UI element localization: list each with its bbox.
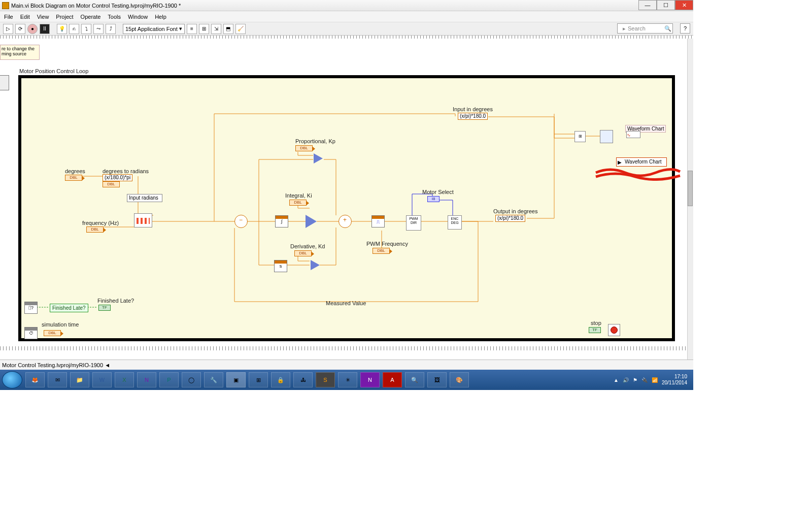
bundle-node[interactable]: ⊞ — [574, 131, 586, 142]
taskbar-app2-icon[interactable]: 🔧 — [204, 372, 223, 387]
retain-values-button[interactable]: ⎌ — [69, 24, 79, 34]
vertical-scroll-thumb[interactable] — [688, 171, 693, 206]
timed-loop[interactable]: degrees DBL degrees to radians DBL (x/18… — [18, 75, 675, 341]
saturation-node[interactable]: ⎍ — [371, 215, 385, 227]
taskbar-magnifier-icon[interactable]: 🔍 — [405, 372, 424, 387]
tray-up-icon[interactable]: ▲ — [614, 377, 619, 383]
highlight-exec-button[interactable]: 💡 — [57, 24, 67, 34]
tray-volume-icon[interactable]: 🔊 — [623, 377, 629, 383]
run-continuous-button[interactable]: ⟳ — [15, 24, 25, 34]
output-degrees-expression[interactable]: (x/pi)*180.0 — [495, 215, 525, 222]
menu-help[interactable]: Help — [155, 14, 166, 20]
labview-icon — [2, 2, 9, 9]
window-title: Main.vi Block Diagram on Motor Control T… — [11, 3, 181, 9]
input-radians-label: Input radians — [127, 194, 162, 202]
taskbar-excel-icon[interactable]: X — [115, 372, 134, 387]
taskbar-paint-icon[interactable]: 🎨 — [450, 372, 469, 387]
taskbar-onenote-icon[interactable]: N — [137, 372, 156, 387]
menu-operate[interactable]: Operate — [81, 14, 101, 20]
maximize-button[interactable]: ☐ — [657, 0, 675, 10]
resize-button[interactable]: ⇲ — [211, 24, 221, 34]
waveform-chart-property-node[interactable]: ▶ Waveform Chart — [616, 157, 667, 167]
integrator-node[interactable]: ∫ — [275, 215, 288, 227]
taskbar-app4-icon[interactable]: ✳ — [338, 372, 357, 387]
taskbar-word-icon[interactable]: W — [92, 372, 112, 387]
menu-edit[interactable]: Edit — [20, 14, 30, 20]
input-degrees-label: Input in degrees — [453, 106, 493, 112]
search-input[interactable]: ▸ Search🔍 — [617, 23, 673, 34]
taskbar-explorer-icon[interactable]: 📁 — [70, 372, 89, 387]
stop-label: stop — [591, 320, 601, 326]
system-tray[interactable]: ▲ 🔊 ⚑ 🔌 📶 17:1020/11/2014 — [614, 374, 691, 386]
degrees-control[interactable]: DBL — [65, 175, 82, 181]
taskbar-photos-icon[interactable]: 🖼 — [427, 372, 447, 387]
taskbar-onenote2-icon[interactable]: N — [360, 372, 380, 387]
encoder-deg-vi[interactable]: ENC DEG — [448, 215, 462, 230]
abort-button[interactable]: ● — [27, 24, 38, 34]
timed-loop-data-node[interactable]: ⌷? — [24, 302, 38, 314]
taskbar-adobe-icon[interactable]: A — [383, 372, 402, 387]
waveform-generator[interactable] — [134, 213, 152, 227]
waveform-chart-terminal[interactable] — [600, 130, 613, 143]
loop-stop-terminal[interactable] — [608, 324, 620, 336]
taskbar-firefox-icon[interactable]: 🦊 — [25, 372, 45, 387]
tray-clock[interactable]: 17:1020/11/2014 — [662, 374, 687, 386]
tray-wifi-icon[interactable]: 📶 — [652, 377, 658, 383]
taskbar-network-icon[interactable]: 🖧 — [293, 372, 313, 387]
error-sum-node[interactable] — [234, 215, 248, 228]
taskbar-outlook-icon[interactable]: ✉ — [48, 372, 67, 387]
sim-time-node[interactable]: ⏱ — [24, 327, 38, 339]
tray-flag-icon[interactable]: ⚑ — [633, 377, 637, 383]
minimize-button[interactable]: — — [638, 0, 657, 10]
kp-gain[interactable] — [314, 153, 323, 164]
tray-power-icon[interactable]: 🔌 — [641, 377, 648, 383]
sim-time-indicator[interactable]: DBL — [44, 330, 61, 336]
step-over-button[interactable]: ⤳ — [93, 24, 104, 34]
cleanup-button[interactable]: 🧹 — [235, 24, 246, 34]
taskbar-lock-icon[interactable]: 🔒 — [271, 372, 290, 387]
start-button[interactable] — [2, 371, 22, 388]
stop-control[interactable]: TF — [589, 327, 601, 333]
ki-gain[interactable] — [306, 215, 317, 228]
derivative-node[interactable]: s — [274, 260, 287, 272]
align-button[interactable]: ≡ — [187, 24, 197, 34]
step-into-button[interactable]: ⤵ — [81, 24, 91, 34]
reorder-button[interactable]: ⬒ — [223, 24, 233, 34]
pause-button[interactable]: II — [40, 24, 50, 34]
block-diagram-canvas[interactable]: re to change the ming source Motor Posit… — [0, 39, 687, 360]
taskbar-sublime-icon[interactable]: S — [316, 372, 335, 387]
frequency-control[interactable]: DBL — [86, 226, 104, 233]
menu-tools[interactable]: Tools — [108, 14, 121, 20]
distribute-button[interactable]: ⊞ — [199, 24, 209, 34]
close-button[interactable]: ✕ — [675, 0, 693, 10]
font-selector[interactable]: 15pt Application Font ▾ — [123, 24, 185, 34]
taskbar-publisher-icon[interactable]: P — [159, 372, 179, 387]
menu-project[interactable]: Project — [56, 14, 73, 20]
motor-select-control[interactable]: I8 — [427, 196, 439, 202]
menu-view[interactable]: View — [37, 14, 49, 20]
pwm-dir-vi[interactable]: PWM DIR — [406, 215, 421, 231]
context-help-button[interactable]: ? — [680, 23, 690, 34]
taskbar-app3-icon[interactable]: ⊞ — [249, 372, 268, 387]
run-button[interactable]: ▷ — [3, 24, 13, 34]
kd-gain[interactable] — [311, 260, 320, 270]
step-out-button[interactable]: ⤴ — [106, 24, 116, 34]
taskbar-app-icon[interactable]: ◯ — [182, 372, 201, 387]
windows-taskbar: 🦊 ✉ 📁 W X N P ◯ 🔧 ▣ ⊞ 🔒 🖧 S ✳ N A 🔍 🖼 🎨 … — [0, 370, 693, 390]
input-degrees-expression[interactable]: (x/pi)*180.0 — [458, 113, 488, 120]
taskbar-labview-icon[interactable]: ▣ — [226, 372, 246, 387]
menu-window[interactable]: Window — [128, 14, 148, 20]
kp-control[interactable]: DBL — [295, 145, 313, 151]
pid-sum-node[interactable] — [339, 215, 352, 228]
deg2rad-expression[interactable]: (x/180.0)*pi — [103, 174, 132, 181]
frequency-label: frequency (Hz) — [82, 220, 119, 226]
pwm-freq-control[interactable]: DBL — [373, 248, 390, 254]
deg2rad-type: DBL — [103, 181, 120, 187]
kd-control[interactable]: DBL — [294, 250, 312, 256]
finished-late-indicator[interactable]: Finished Late? — [50, 304, 88, 312]
timed-loop-config-left[interactable] — [0, 75, 9, 90]
timing-source-fragment: re to change the ming source — [0, 45, 40, 60]
menu-file[interactable]: File — [4, 14, 13, 20]
vertical-scrollbar[interactable] — [687, 39, 693, 360]
ki-control[interactable]: DBL — [289, 200, 307, 206]
